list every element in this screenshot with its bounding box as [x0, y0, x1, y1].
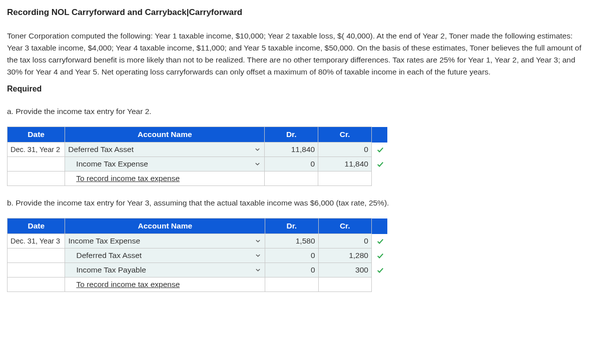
cr-cell-blank	[318, 278, 371, 292]
check-icon	[377, 252, 384, 260]
check-icon	[377, 238, 384, 245]
table-row: Income Tax Expense 0 11,840	[8, 157, 387, 172]
date-cell	[8, 263, 65, 278]
account-dropdown[interactable]: Deferred Tax Asset	[65, 142, 265, 157]
account-value: Income Tax Expense	[68, 236, 140, 245]
col-dr: Dr.	[265, 127, 318, 142]
chevron-down-icon	[255, 162, 260, 167]
account-dropdown[interactable]: Income Tax Expense	[65, 234, 265, 248]
table-row: Dec. 31, Year 2 Deferred Tax Asset 11,84…	[8, 142, 387, 157]
journal-table-b: Date Account Name Dr. Cr. Dec. 31, Year …	[7, 218, 387, 292]
cr-input[interactable]: 0	[318, 142, 372, 157]
account-value: Deferred Tax Asset	[68, 145, 134, 154]
col-date: Date	[8, 218, 65, 234]
account-value: Income Tax Payable	[76, 266, 146, 274]
col-account: Account Name	[65, 127, 265, 142]
chevron-down-icon	[255, 238, 261, 244]
cr-input[interactable]: 300	[318, 263, 371, 278]
cr-input[interactable]: 11,840	[318, 157, 372, 172]
memo-cell: To record income tax expense	[65, 172, 265, 186]
date-cell	[8, 172, 65, 186]
chevron-down-icon	[255, 147, 260, 152]
dr-cell-blank	[265, 172, 318, 186]
required-heading: Required	[7, 83, 589, 96]
check-icon	[377, 161, 384, 168]
chevron-down-icon	[255, 253, 261, 258]
part-b-label: b. Provide the income tax entry for Year…	[7, 197, 589, 209]
col-account: Account Name	[65, 218, 265, 234]
col-date: Date	[8, 127, 65, 142]
col-cr: Cr.	[318, 218, 371, 234]
date-cell	[8, 278, 65, 292]
date-cell: Dec. 31, Year 3	[8, 234, 65, 248]
dr-input[interactable]: 0	[265, 157, 318, 172]
account-dropdown[interactable]: Deferred Tax Asset	[65, 248, 265, 263]
date-cell	[8, 248, 65, 263]
account-value: Deferred Tax Asset	[76, 251, 142, 260]
part-a-label: a. Provide the income tax entry for Year…	[7, 106, 589, 118]
cr-input[interactable]: 1,280	[318, 248, 371, 263]
col-cr: Cr.	[318, 127, 372, 142]
cr-input[interactable]: 0	[318, 234, 371, 248]
dr-input[interactable]: 0	[265, 248, 318, 263]
problem-text: Toner Corporation computed the following…	[7, 30, 589, 78]
dr-input[interactable]: 11,840	[265, 142, 318, 157]
date-cell: Dec. 31, Year 2	[8, 142, 65, 157]
dr-input[interactable]: 1,580	[265, 234, 318, 248]
table-row: To record income tax expense	[8, 172, 387, 186]
check-icon	[377, 267, 384, 274]
account-value: Income Tax Expense	[76, 160, 148, 168]
cr-cell-blank	[318, 172, 372, 186]
date-cell	[8, 157, 65, 172]
journal-table-a: Date Account Name Dr. Cr. Dec. 31, Year …	[7, 126, 387, 186]
dr-input[interactable]: 0	[265, 263, 318, 278]
memo-cell: To record income tax expense	[65, 278, 265, 292]
page-title: Recording NOL Carryforward and Carryback…	[7, 6, 589, 19]
table-row: To record income tax expense	[8, 278, 387, 292]
table-row: Dec. 31, Year 3 Income Tax Expense 1,580…	[8, 234, 387, 248]
col-dr: Dr.	[265, 218, 318, 234]
dr-cell-blank	[265, 278, 318, 292]
account-dropdown[interactable]: Income Tax Expense	[65, 157, 265, 172]
table-row: Income Tax Payable 0 300	[8, 263, 387, 278]
check-icon	[377, 146, 384, 154]
chevron-down-icon	[255, 268, 261, 273]
table-row: Deferred Tax Asset 0 1,280	[8, 248, 387, 263]
account-dropdown[interactable]: Income Tax Payable	[65, 263, 265, 278]
